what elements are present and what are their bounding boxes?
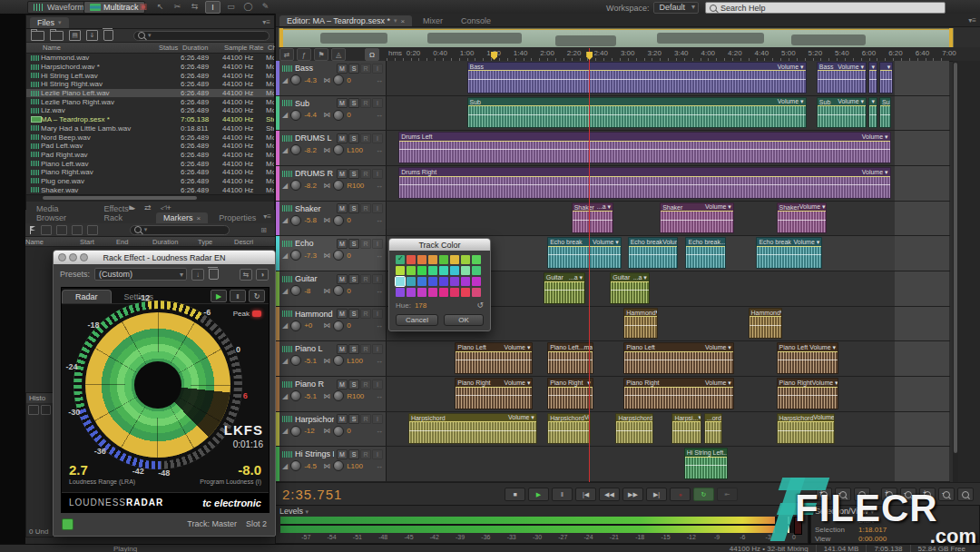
clip-volume-label[interactable]: Volume ▾ [812, 380, 838, 387]
tab-console[interactable]: Console [454, 15, 498, 26]
arm-record-button[interactable]: R [360, 98, 371, 108]
volume-envelope[interactable] [548, 351, 593, 352]
audio-clip[interactable]: Harpsi...▾ [671, 413, 701, 445]
volume-envelope[interactable] [399, 141, 889, 142]
history-panel-title[interactable]: Histo [26, 393, 53, 403]
delete-icon[interactable] [103, 30, 113, 41]
scrollbar-thumb[interactable] [43, 196, 197, 200]
panel-menu-icon[interactable]: ▾≡ [262, 18, 270, 26]
mute-button[interactable]: M [337, 133, 348, 143]
track-header-sub[interactable]: SubMSRI◢-4.4⋈0↔ [276, 96, 387, 131]
clip-volume-label[interactable]: Volume ▾ [862, 133, 888, 141]
track-lane-drums-l[interactable]: Drums LeftVolume ▾ [387, 131, 949, 166]
volume-value[interactable]: -4.4 [304, 111, 320, 119]
solo-button[interactable]: S [348, 98, 359, 108]
workspace-dropdown[interactable]: Default [653, 2, 699, 14]
pan-knob[interactable] [333, 74, 344, 85]
snap-magnet-icon[interactable]: Ω [365, 48, 379, 61]
ok-button[interactable]: OK [444, 314, 484, 326]
search-help-input[interactable]: Search Help [705, 2, 946, 14]
tab-properties[interactable]: Properties [211, 212, 263, 223]
markers-settings-icon[interactable]: ⊞ [260, 226, 267, 234]
track-header-drums-l[interactable]: DRUMS LMSRI◢-8.2⋈L100↔ [276, 131, 387, 165]
volume-value[interactable]: -4.5 [304, 462, 320, 470]
prev-button[interactable]: |◀ [575, 488, 596, 501]
pan-value[interactable]: 0 [347, 427, 363, 435]
loop-button[interactable]: ↻ [693, 488, 714, 501]
solo-button[interactable]: S [348, 380, 359, 389]
radar-reset-button[interactable]: ↻ [249, 290, 265, 302]
solo-button[interactable]: S [348, 274, 359, 284]
clip-volume-label[interactable]: Volume ▾ [778, 64, 804, 71]
color-swatch[interactable] [450, 288, 459, 297]
col-duration[interactable]: Duration [181, 44, 222, 52]
audio-clip[interactable]: Hammond▾ [623, 308, 657, 340]
color-swatch[interactable] [461, 288, 470, 297]
file-row[interactable]: MA – Teardrop.sesx *7:05.13844100 HzSter… [26, 115, 274, 124]
volume-envelope[interactable] [548, 246, 621, 247]
arm-record-button[interactable]: R [360, 64, 371, 74]
volume-value[interactable]: -5.1 [304, 357, 320, 365]
volume-value[interactable]: -5.1 [304, 392, 320, 400]
audio-clip[interactable]: Piano LeftVolume ▾ [455, 342, 533, 374]
pan-value[interactable]: 0 [347, 76, 363, 84]
color-swatch[interactable] [439, 277, 448, 286]
mute-button[interactable]: M [337, 98, 348, 108]
file-row[interactable]: Hi String Left.wav6:26.48944100 HzMono [26, 71, 274, 80]
monitor-input-button[interactable]: I [372, 274, 383, 284]
mute-button[interactable]: M [337, 169, 348, 179]
audio-clip[interactable]: Hammond▾ [749, 308, 782, 340]
zoom-navigator[interactable] [279, 28, 954, 49]
pan-knob[interactable] [333, 180, 344, 191]
time-selection-tool[interactable]: I [205, 1, 220, 14]
pan-knob[interactable] [333, 320, 344, 331]
pan-knob[interactable] [333, 250, 344, 261]
track-lane-piano-r[interactable]: Piano RightVolume ▾Piano Right▾Piano Rig… [387, 377, 949, 412]
tab-effects-rack[interactable]: Effects Rack [96, 203, 152, 223]
volume-envelope[interactable] [880, 70, 892, 71]
audio-clip[interactable]: HarpsichordVolume ▾ [777, 413, 835, 445]
pan-value[interactable]: 0 [347, 216, 363, 224]
color-swatch[interactable] [417, 266, 426, 275]
col-marker-type[interactable]: Type [198, 238, 234, 246]
clip-volume-label[interactable]: Volume ▾ [662, 239, 677, 246]
volume-knob[interactable] [290, 215, 301, 226]
pan-value[interactable]: 0 [347, 321, 363, 330]
file-row[interactable]: Liz.wav6:26.48944100 HzMono [26, 106, 274, 115]
window-controls[interactable] [58, 253, 88, 261]
export-markers-icon[interactable] [87, 225, 98, 235]
zoom-out-vertical-button[interactable]: - [938, 488, 955, 501]
volume-envelope[interactable] [409, 421, 536, 422]
clip-volume-label[interactable]: Volume ▾ [793, 239, 819, 246]
solo-button[interactable]: S [348, 344, 359, 354]
color-swatch[interactable] [439, 266, 448, 275]
volume-envelope[interactable] [629, 246, 677, 247]
volume-value[interactable]: -4.3 [304, 76, 320, 84]
color-swatch[interactable] [472, 288, 481, 297]
clip-volume-label[interactable]: ▾ [656, 309, 657, 316]
solo-button[interactable]: S [348, 64, 359, 74]
track-lane-sub[interactable]: SubVolume ▾SubVolume ▾▾Sub▾ [387, 96, 949, 132]
volume-envelope[interactable] [468, 70, 806, 71]
clip-volume-label[interactable]: ▾ [780, 309, 781, 316]
color-swatch[interactable] [417, 255, 426, 264]
monitor-input-button[interactable]: I [372, 169, 383, 179]
clip-volume-label[interactable]: ...ma ▾ [579, 344, 593, 351]
track-header-bass[interactable]: BassMSRI◢-4.3⋈0↔ [276, 61, 387, 95]
color-swatch[interactable] [439, 255, 448, 264]
volume-envelope[interactable] [661, 211, 733, 212]
clip-volume-label[interactable]: ▾ [698, 414, 701, 421]
file-row[interactable]: Lezlie Piano Right.wav6:26.48944100 HzMo… [26, 97, 274, 106]
audio-clip[interactable]: Echo break...me ▾ [685, 237, 726, 269]
audio-clip[interactable]: Echo breakVolume ▾ [628, 237, 678, 269]
audio-clip[interactable]: ...ord▾ [704, 413, 722, 445]
arm-record-button[interactable]: R [360, 203, 371, 213]
marquee-selection-tool[interactable]: ▭ [224, 1, 238, 12]
color-swatch[interactable] [439, 288, 448, 297]
new-item-icon[interactable]: ▤ [69, 30, 81, 41]
volume-envelope[interactable] [869, 105, 876, 106]
color-swatch[interactable] [461, 277, 470, 286]
level-meter[interactable] [280, 517, 794, 533]
close-icon[interactable]: × [197, 214, 201, 222]
play-button[interactable]: ▶ [528, 488, 549, 501]
